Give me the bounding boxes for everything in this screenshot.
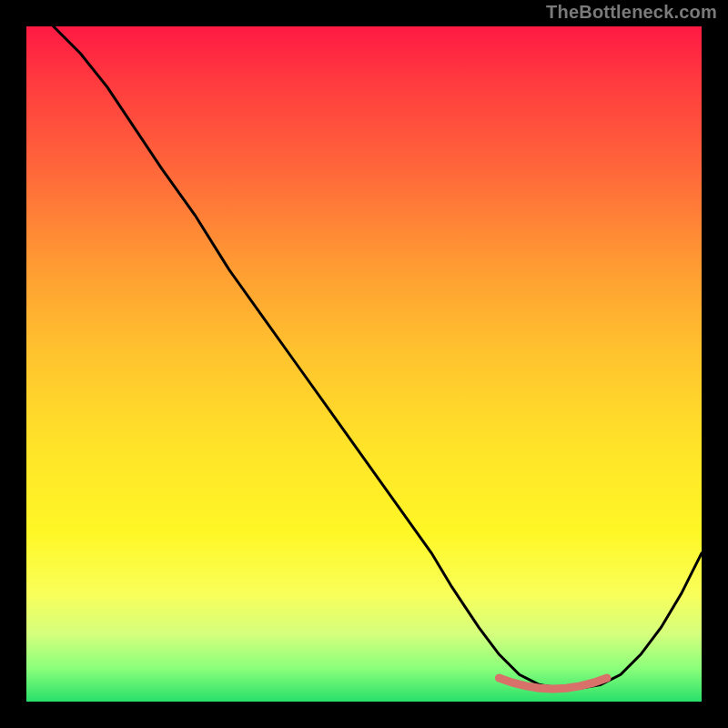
plot-area [26,26,702,702]
bottleneck-curve [54,26,702,688]
chart-container: TheBottleneck.com [0,0,728,728]
chart-svg [26,26,702,702]
attribution-label: TheBottleneck.com [546,2,717,23]
optimal-zone-marker [499,678,607,689]
